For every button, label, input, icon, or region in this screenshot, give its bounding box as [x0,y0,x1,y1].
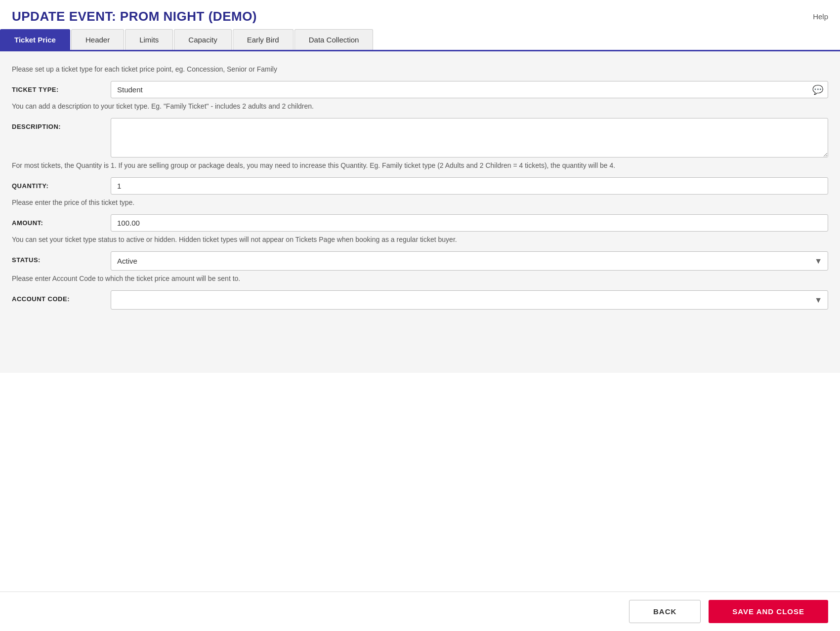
hint-ticket-type: Please set up a ticket type for each tic… [12,65,828,73]
ticket-type-row: TICKET TYPE: 💬 [12,81,828,98]
save-and-close-button[interactable]: SAVE AND CLOSE [709,600,828,623]
account-code-row: ACCOUNT CODE: ▼ [12,290,828,310]
ticket-type-label: TICKET TYPE: [12,81,111,93]
back-button[interactable]: BACK [629,600,701,623]
amount-row: AMOUNT: [12,214,828,232]
description-row: DESCRIPTION: [12,118,828,158]
amount-input[interactable] [111,214,828,232]
account-code-select-wrapper: ▼ [111,290,828,310]
page-title: UPDATE EVENT: PROM NIGHT (DEMO) [12,9,257,24]
hint-status: You can set your ticket type status to a… [12,236,828,243]
ticket-type-input-wrapper: 💬 [111,81,828,98]
status-select[interactable]: Active Hidden [111,251,828,271]
tab-early-bird[interactable]: Early Bird [233,29,294,50]
status-label: STATUS: [12,251,111,264]
account-code-label: ACCOUNT CODE: [12,290,111,303]
account-code-select[interactable] [111,290,828,310]
amount-label: AMOUNT: [12,214,111,227]
hint-description: You can add a description to your ticket… [12,102,828,110]
description-label: DESCRIPTION: [12,118,111,130]
status-select-wrapper: Active Hidden ▼ [111,251,828,271]
quantity-row: QUANTITY: [12,177,828,195]
tab-header[interactable]: Header [71,29,124,50]
hint-quantity: For most tickets, the Quantity is 1. If … [12,161,828,169]
status-row: STATUS: Active Hidden ▼ [12,251,828,271]
hint-account-code: Please enter Account Code to which the t… [12,275,828,282]
tab-ticket-price[interactable]: Ticket Price [0,29,70,50]
tab-capacity[interactable]: Capacity [174,29,231,50]
hint-amount: Please enter the price of this ticket ty… [12,198,828,206]
tabs-bar: Ticket Price Header Limits Capacity Earl… [0,29,840,51]
form-area: Please set up a ticket type for each tic… [0,51,840,373]
tab-data-collection[interactable]: Data Collection [294,29,374,50]
tab-limits[interactable]: Limits [125,29,173,50]
quantity-label: QUANTITY: [12,177,111,190]
description-input[interactable] [111,118,828,158]
quantity-input[interactable] [111,177,828,195]
footer-actions: BACK SAVE AND CLOSE [0,592,840,631]
ticket-type-input[interactable] [111,81,828,98]
help-link[interactable]: Help [813,12,828,21]
